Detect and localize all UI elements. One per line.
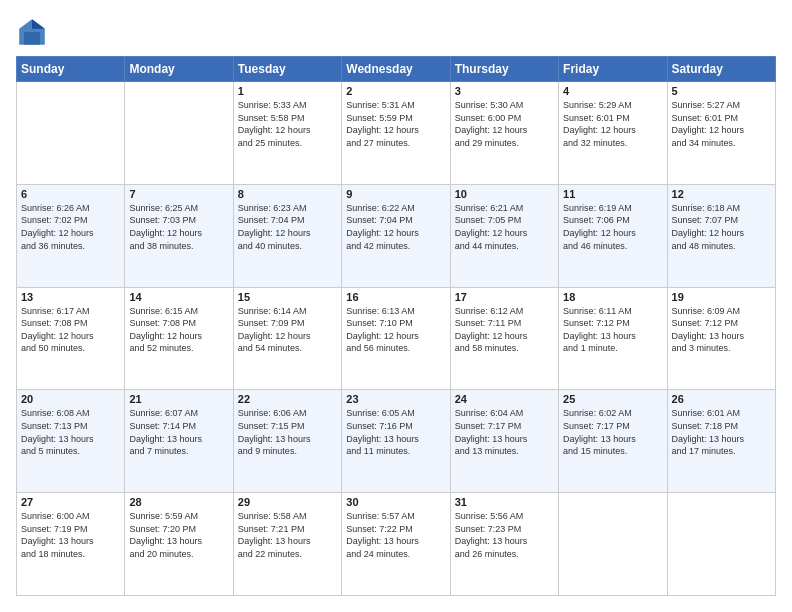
calendar-cell: 11Sunrise: 6:19 AM Sunset: 7:06 PM Dayli…: [559, 184, 667, 287]
day-number: 25: [563, 393, 662, 405]
day-number: 21: [129, 393, 228, 405]
calendar-cell: 21Sunrise: 6:07 AM Sunset: 7:14 PM Dayli…: [125, 390, 233, 493]
calendar-cell: 5Sunrise: 5:27 AM Sunset: 6:01 PM Daylig…: [667, 82, 775, 185]
day-info: Sunrise: 6:17 AM Sunset: 7:08 PM Dayligh…: [21, 305, 120, 355]
calendar-cell: 30Sunrise: 5:57 AM Sunset: 7:22 PM Dayli…: [342, 493, 450, 596]
day-number: 8: [238, 188, 337, 200]
day-info: Sunrise: 5:58 AM Sunset: 7:21 PM Dayligh…: [238, 510, 337, 560]
day-number: 29: [238, 496, 337, 508]
logo: [16, 16, 52, 48]
calendar-cell: 20Sunrise: 6:08 AM Sunset: 7:13 PM Dayli…: [17, 390, 125, 493]
day-info: Sunrise: 6:02 AM Sunset: 7:17 PM Dayligh…: [563, 407, 662, 457]
day-info: Sunrise: 6:13 AM Sunset: 7:10 PM Dayligh…: [346, 305, 445, 355]
day-number: 27: [21, 496, 120, 508]
calendar-cell: 18Sunrise: 6:11 AM Sunset: 7:12 PM Dayli…: [559, 287, 667, 390]
day-info: Sunrise: 6:26 AM Sunset: 7:02 PM Dayligh…: [21, 202, 120, 252]
calendar-cell: 2Sunrise: 5:31 AM Sunset: 5:59 PM Daylig…: [342, 82, 450, 185]
calendar-cell: 4Sunrise: 5:29 AM Sunset: 6:01 PM Daylig…: [559, 82, 667, 185]
weekday-friday: Friday: [559, 57, 667, 82]
day-number: 22: [238, 393, 337, 405]
day-number: 7: [129, 188, 228, 200]
day-info: Sunrise: 6:19 AM Sunset: 7:06 PM Dayligh…: [563, 202, 662, 252]
day-number: 17: [455, 291, 554, 303]
day-number: 15: [238, 291, 337, 303]
day-info: Sunrise: 6:04 AM Sunset: 7:17 PM Dayligh…: [455, 407, 554, 457]
weekday-monday: Monday: [125, 57, 233, 82]
day-number: 1: [238, 85, 337, 97]
week-row-1: 1Sunrise: 5:33 AM Sunset: 5:58 PM Daylig…: [17, 82, 776, 185]
header: [16, 16, 776, 48]
calendar-cell: 9Sunrise: 6:22 AM Sunset: 7:04 PM Daylig…: [342, 184, 450, 287]
calendar-cell: 28Sunrise: 5:59 AM Sunset: 7:20 PM Dayli…: [125, 493, 233, 596]
calendar-cell: [667, 493, 775, 596]
day-info: Sunrise: 5:33 AM Sunset: 5:58 PM Dayligh…: [238, 99, 337, 149]
day-info: Sunrise: 6:18 AM Sunset: 7:07 PM Dayligh…: [672, 202, 771, 252]
calendar-cell: 7Sunrise: 6:25 AM Sunset: 7:03 PM Daylig…: [125, 184, 233, 287]
day-info: Sunrise: 6:11 AM Sunset: 7:12 PM Dayligh…: [563, 305, 662, 355]
day-number: 23: [346, 393, 445, 405]
day-info: Sunrise: 6:14 AM Sunset: 7:09 PM Dayligh…: [238, 305, 337, 355]
calendar-cell: 17Sunrise: 6:12 AM Sunset: 7:11 PM Dayli…: [450, 287, 558, 390]
page: SundayMondayTuesdayWednesdayThursdayFrid…: [0, 0, 792, 612]
calendar-cell: [17, 82, 125, 185]
day-info: Sunrise: 5:56 AM Sunset: 7:23 PM Dayligh…: [455, 510, 554, 560]
weekday-header-row: SundayMondayTuesdayWednesdayThursdayFrid…: [17, 57, 776, 82]
calendar-cell: 15Sunrise: 6:14 AM Sunset: 7:09 PM Dayli…: [233, 287, 341, 390]
day-info: Sunrise: 6:00 AM Sunset: 7:19 PM Dayligh…: [21, 510, 120, 560]
week-row-4: 20Sunrise: 6:08 AM Sunset: 7:13 PM Dayli…: [17, 390, 776, 493]
day-number: 16: [346, 291, 445, 303]
calendar-cell: 22Sunrise: 6:06 AM Sunset: 7:15 PM Dayli…: [233, 390, 341, 493]
day-info: Sunrise: 6:21 AM Sunset: 7:05 PM Dayligh…: [455, 202, 554, 252]
day-number: 11: [563, 188, 662, 200]
day-info: Sunrise: 5:57 AM Sunset: 7:22 PM Dayligh…: [346, 510, 445, 560]
calendar-cell: 6Sunrise: 6:26 AM Sunset: 7:02 PM Daylig…: [17, 184, 125, 287]
calendar-cell: 25Sunrise: 6:02 AM Sunset: 7:17 PM Dayli…: [559, 390, 667, 493]
calendar-cell: 27Sunrise: 6:00 AM Sunset: 7:19 PM Dayli…: [17, 493, 125, 596]
day-number: 31: [455, 496, 554, 508]
weekday-thursday: Thursday: [450, 57, 558, 82]
weekday-saturday: Saturday: [667, 57, 775, 82]
day-number: 6: [21, 188, 120, 200]
weekday-sunday: Sunday: [17, 57, 125, 82]
day-info: Sunrise: 5:31 AM Sunset: 5:59 PM Dayligh…: [346, 99, 445, 149]
day-number: 14: [129, 291, 228, 303]
calendar-cell: [125, 82, 233, 185]
calendar-cell: 8Sunrise: 6:23 AM Sunset: 7:04 PM Daylig…: [233, 184, 341, 287]
day-info: Sunrise: 6:01 AM Sunset: 7:18 PM Dayligh…: [672, 407, 771, 457]
day-info: Sunrise: 6:22 AM Sunset: 7:04 PM Dayligh…: [346, 202, 445, 252]
day-number: 2: [346, 85, 445, 97]
week-row-5: 27Sunrise: 6:00 AM Sunset: 7:19 PM Dayli…: [17, 493, 776, 596]
day-info: Sunrise: 5:30 AM Sunset: 6:00 PM Dayligh…: [455, 99, 554, 149]
day-number: 4: [563, 85, 662, 97]
calendar-cell: 12Sunrise: 6:18 AM Sunset: 7:07 PM Dayli…: [667, 184, 775, 287]
day-number: 30: [346, 496, 445, 508]
calendar-cell: 29Sunrise: 5:58 AM Sunset: 7:21 PM Dayli…: [233, 493, 341, 596]
calendar-cell: 24Sunrise: 6:04 AM Sunset: 7:17 PM Dayli…: [450, 390, 558, 493]
week-row-3: 13Sunrise: 6:17 AM Sunset: 7:08 PM Dayli…: [17, 287, 776, 390]
day-info: Sunrise: 5:27 AM Sunset: 6:01 PM Dayligh…: [672, 99, 771, 149]
svg-marker-1: [32, 19, 45, 29]
day-info: Sunrise: 6:12 AM Sunset: 7:11 PM Dayligh…: [455, 305, 554, 355]
day-info: Sunrise: 6:23 AM Sunset: 7:04 PM Dayligh…: [238, 202, 337, 252]
day-number: 20: [21, 393, 120, 405]
day-info: Sunrise: 6:08 AM Sunset: 7:13 PM Dayligh…: [21, 407, 120, 457]
day-number: 28: [129, 496, 228, 508]
day-number: 5: [672, 85, 771, 97]
day-number: 13: [21, 291, 120, 303]
day-number: 24: [455, 393, 554, 405]
day-number: 10: [455, 188, 554, 200]
calendar-cell: 19Sunrise: 6:09 AM Sunset: 7:12 PM Dayli…: [667, 287, 775, 390]
day-info: Sunrise: 6:06 AM Sunset: 7:15 PM Dayligh…: [238, 407, 337, 457]
day-number: 19: [672, 291, 771, 303]
day-info: Sunrise: 6:25 AM Sunset: 7:03 PM Dayligh…: [129, 202, 228, 252]
calendar-cell: 3Sunrise: 5:30 AM Sunset: 6:00 PM Daylig…: [450, 82, 558, 185]
svg-rect-2: [24, 32, 40, 45]
day-info: Sunrise: 5:59 AM Sunset: 7:20 PM Dayligh…: [129, 510, 228, 560]
calendar-cell: 26Sunrise: 6:01 AM Sunset: 7:18 PM Dayli…: [667, 390, 775, 493]
day-number: 12: [672, 188, 771, 200]
calendar-cell: 23Sunrise: 6:05 AM Sunset: 7:16 PM Dayli…: [342, 390, 450, 493]
day-number: 26: [672, 393, 771, 405]
calendar-cell: [559, 493, 667, 596]
calendar-cell: 31Sunrise: 5:56 AM Sunset: 7:23 PM Dayli…: [450, 493, 558, 596]
day-number: 3: [455, 85, 554, 97]
